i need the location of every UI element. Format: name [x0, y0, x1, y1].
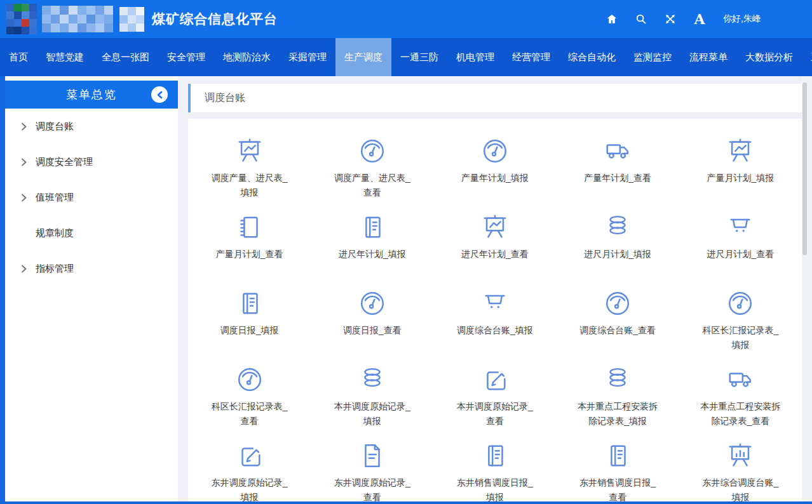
- menu-grid-item[interactable]: 本井重点工程安装拆除记录表_填报: [557, 355, 679, 431]
- menu-grid-item[interactable]: 本井调度原始记录_填报: [311, 355, 433, 431]
- menu-grid-item-label: 科区长汇报记录表_查看: [208, 399, 291, 428]
- menu-grid-item[interactable]: 本井重点工程安装拆除记录表_查看: [679, 355, 802, 431]
- nav-item[interactable]: 首页: [0, 38, 37, 76]
- nav-item[interactable]: 一通三防: [391, 38, 447, 76]
- ledger-icon: [235, 289, 264, 318]
- sidebar-item[interactable]: 调度台账: [5, 109, 178, 144]
- ledger-icon: [603, 441, 632, 470]
- bottom-edge-strip: [0, 501, 812, 504]
- scrollbar-thumb[interactable]: [802, 83, 807, 255]
- cart-icon: [726, 213, 755, 242]
- sidebar-collapse-button[interactable]: [151, 86, 168, 103]
- font-size-icon[interactable]: A: [691, 11, 708, 27]
- ledger-icon: [358, 213, 387, 242]
- chevron-right-icon: [20, 265, 27, 273]
- menu-grid-card: 调度产量、进尺表_填报 调度产量、进尺表_查看 产量年计划_填报 产量年计划_查…: [188, 119, 802, 504]
- chevron-right-icon: [20, 158, 27, 166]
- gauge-icon: [603, 289, 632, 318]
- nav-item[interactable]: 监测监控: [625, 38, 680, 76]
- menu-grid-item[interactable]: 东井销售调度日报_填报: [433, 431, 556, 504]
- menu-grid-item-label: 产量月计划_填报: [699, 171, 782, 185]
- menu-grid-item-label: 调度综合台账_查看: [576, 323, 659, 338]
- menu-grid-item-label: 进尺月计划_填报: [576, 247, 659, 262]
- nav-item[interactable]: 系统运维: [802, 38, 812, 76]
- home-icon[interactable]: [604, 11, 620, 27]
- menu-grid-item[interactable]: 东井综合调度台账_填报: [679, 431, 802, 504]
- menu-grid-item-label: 调度综合台账_填报: [454, 323, 536, 338]
- menu-grid-item[interactable]: 调度产量、进尺表_填报: [188, 126, 311, 202]
- menu-grid-item[interactable]: 科区长汇报记录表_查看: [188, 355, 311, 431]
- nav-item[interactable]: 流程菜单: [680, 38, 736, 76]
- nav-item[interactable]: 经营管理: [503, 38, 559, 76]
- gauge-icon: [726, 289, 755, 318]
- menu-grid-item[interactable]: 产量年计划_查看: [557, 126, 679, 202]
- app-title: 煤矿综合信息化平台: [152, 10, 278, 28]
- menu-grid-item[interactable]: 产量月计划_查看: [188, 202, 311, 279]
- nav-item[interactable]: 地测防治水: [214, 38, 280, 76]
- menu-grid-item-label: 东井综合调度台账_填报: [699, 475, 782, 504]
- menu-grid-item[interactable]: 东井销售调度日报_查看: [557, 431, 679, 504]
- truck-icon: [726, 365, 755, 394]
- sidebar-item[interactable]: 调度安全管理: [5, 144, 178, 180]
- database-icon: [358, 365, 387, 394]
- edit-icon: [235, 441, 264, 470]
- sidebar-item-label: 规章制度: [36, 227, 74, 239]
- nav-item[interactable]: 智慧党建: [37, 38, 93, 76]
- nav-item-active[interactable]: 生产调度: [335, 38, 391, 76]
- menu-grid-item-label: 调度日报_查看: [331, 323, 414, 338]
- menu-grid-item[interactable]: 进尺年计划_填报: [311, 202, 433, 279]
- nav-list: 首页智慧党建全息一张图安全管理地测防治水采掘管理生产调度一通三防机电管理经营管理…: [0, 38, 812, 76]
- menu-grid-item[interactable]: 进尺年计划_查看: [433, 202, 556, 279]
- menu-grid-item[interactable]: 东井调度原始记录_填报: [188, 431, 311, 504]
- main-nav: 首页智慧党建全息一张图安全管理地测防治水采掘管理生产调度一通三防机电管理经营管理…: [0, 38, 812, 76]
- database-icon: [603, 365, 632, 394]
- menu-grid-item-label: 产量年计划_填报: [454, 171, 536, 185]
- search-icon[interactable]: [633, 11, 649, 27]
- menu-grid-item[interactable]: 调度日报_填报: [188, 279, 311, 355]
- database-icon: [603, 213, 632, 242]
- menu-grid-item[interactable]: 科区长汇报记录表_填报: [679, 279, 802, 355]
- chevron-right-icon: [20, 123, 27, 131]
- sidebar-title: 菜单总览: [66, 87, 117, 102]
- gauge-icon: [358, 136, 387, 166]
- menu-grid-item[interactable]: 调度产量、进尺表_查看: [311, 126, 433, 202]
- app-logo: [6, 4, 37, 34]
- notebook-icon: [235, 213, 264, 242]
- menu-grid-item[interactable]: 产量年计划_填报: [433, 126, 556, 202]
- sidebar-item[interactable]: 指标管理: [5, 251, 178, 286]
- menu-grid-item-label: 调度产量、进尺表_查看: [331, 171, 414, 200]
- sidebar: 菜单总览 调度台账 调度安全管理 值班管理 规章制度 指标管理: [0, 76, 178, 504]
- user-greeting: 你好,朱峰: [723, 13, 761, 25]
- breadcrumb-accent: [188, 84, 191, 112]
- gauge-icon: [358, 289, 387, 318]
- menu-grid-item[interactable]: 调度综合台账_查看: [557, 279, 679, 355]
- sidebar-item[interactable]: 规章制度: [5, 215, 178, 251]
- nav-item[interactable]: 采掘管理: [280, 38, 335, 76]
- chart-board-line-icon: [480, 213, 510, 242]
- document-icon: [358, 441, 387, 470]
- menu-grid-item[interactable]: 调度日报_查看: [311, 279, 433, 355]
- menu-grid-item[interactable]: 进尺月计划_查看: [679, 202, 802, 279]
- menu-grid-item[interactable]: 调度综合台账_填报: [433, 279, 556, 355]
- nav-item[interactable]: 全息一张图: [93, 38, 158, 76]
- menu-grid-item-label: 调度产量、进尺表_填报: [208, 171, 291, 200]
- nav-item[interactable]: 安全管理: [158, 38, 214, 76]
- nav-item[interactable]: 大数据分析: [736, 38, 802, 76]
- sidebar-header: 菜单总览: [5, 81, 178, 109]
- menu-grid-item-label: 东井调度原始记录_查看: [331, 475, 414, 504]
- menu-grid-item-label: 本井重点工程安装拆除记录表_查看: [699, 399, 782, 428]
- menu-grid-item-label: 本井重点工程安装拆除记录表_填报: [576, 399, 659, 428]
- menu-grid-item[interactable]: 本井调度原始记录_查看: [433, 355, 556, 431]
- nav-item[interactable]: 机电管理: [447, 38, 503, 76]
- header-actions: A 你好,朱峰: [604, 11, 812, 27]
- sidebar-item[interactable]: 值班管理: [5, 180, 178, 215]
- menu-grid-item-label: 东井调度原始记录_填报: [208, 475, 291, 504]
- menu-grid-item[interactable]: 进尺月计划_填报: [557, 202, 679, 279]
- menu-grid-item[interactable]: 东井调度原始记录_查看: [311, 431, 433, 504]
- chevron-right-icon: [20, 194, 27, 202]
- fullscreen-icon[interactable]: [662, 11, 679, 27]
- nav-item[interactable]: 综合自动化: [559, 38, 625, 76]
- menu-grid-item[interactable]: 产量月计划_填报: [679, 126, 802, 202]
- scrollbar[interactable]: [802, 76, 808, 504]
- menu-grid-item-label: 调度日报_填报: [208, 323, 291, 338]
